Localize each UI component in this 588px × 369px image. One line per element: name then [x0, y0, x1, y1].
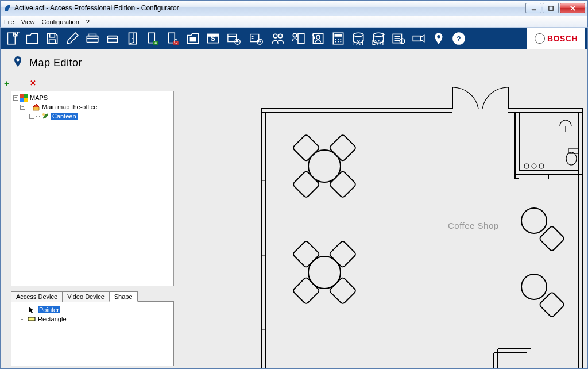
- svg-rect-8: [89, 34, 96, 36]
- svg-point-61: [42, 113, 45, 116]
- bosch-ring-icon: [535, 33, 545, 44]
- svg-text:DAT: DAT: [372, 39, 385, 46]
- log-viewer-icon[interactable]: [389, 29, 408, 48]
- tab-shape[interactable]: Shape: [109, 291, 138, 302]
- tree-item-mainmap[interactable]: Main map the-office: [42, 103, 97, 110]
- svg-rect-4: [50, 33, 55, 37]
- map-editor-title: Map Editor: [29, 57, 82, 69]
- svg-rect-5: [49, 40, 56, 44]
- maps-root-icon: [20, 94, 28, 102]
- export-data-icon[interactable]: DAT: [369, 29, 388, 48]
- main-toolbar: 0 S TXT DAT ? BOSCH: [0, 28, 588, 49]
- svg-rect-52: [413, 36, 420, 41]
- video-icon[interactable]: [409, 29, 428, 48]
- svg-point-51: [400, 39, 405, 44]
- schedule-icon[interactable]: S: [204, 29, 222, 48]
- add-map-button[interactable]: +: [4, 78, 9, 88]
- svg-rect-73: [329, 134, 357, 162]
- window-title: Active.acf - Access Professional Edition…: [14, 4, 525, 12]
- svg-rect-27: [252, 38, 254, 39]
- shape-rectangle[interactable]: Rectangle: [38, 316, 67, 322]
- minimize-button[interactable]: [525, 3, 541, 13]
- svg-rect-6: [87, 36, 98, 43]
- svg-rect-76: [292, 240, 320, 268]
- id-cards-icon[interactable]: [289, 29, 307, 48]
- keypad-icon[interactable]: [329, 29, 347, 48]
- mapeditor-pin-icon: [12, 54, 24, 71]
- cursor-icon: [28, 306, 36, 314]
- tree-collapse-icon[interactable]: −: [29, 114, 34, 119]
- svg-rect-18: [190, 37, 196, 42]
- svg-rect-57: [20, 94, 24, 98]
- maps-tree[interactable]: − MAPS − Main map the-office −: [11, 91, 174, 286]
- save-icon[interactable]: [43, 29, 61, 48]
- svg-point-40: [335, 41, 336, 42]
- new-icon[interactable]: [3, 29, 21, 48]
- svg-point-56: [17, 59, 20, 62]
- time-models-icon[interactable]: [246, 29, 267, 48]
- settings-icon[interactable]: [63, 29, 82, 48]
- leaf-icon: [41, 112, 49, 120]
- help-icon[interactable]: ?: [450, 29, 468, 48]
- menu-file[interactable]: File: [4, 18, 14, 25]
- maximize-button[interactable]: [543, 3, 559, 13]
- badges-icon[interactable]: [309, 29, 327, 48]
- card-devices-icon[interactable]: [83, 29, 102, 48]
- svg-rect-32: [298, 33, 304, 43]
- svg-point-63: [524, 164, 529, 168]
- device-tabs: Access Device Video Device Shape: [11, 291, 174, 302]
- svg-point-42: [340, 41, 341, 42]
- svg-point-41: [338, 41, 339, 42]
- svg-rect-36: [335, 34, 342, 36]
- shape-pointer[interactable]: Pointer: [38, 306, 60, 313]
- floorplan: Coffee Shop: [261, 66, 587, 368]
- door-out-icon[interactable]: 0: [164, 29, 182, 48]
- brand-logo: BOSCH: [527, 28, 585, 49]
- svg-rect-7: [87, 38, 98, 39]
- svg-point-53: [437, 35, 440, 38]
- door-in-icon[interactable]: [144, 29, 162, 48]
- map-canvas[interactable]: Coffee Shop: [176, 49, 587, 368]
- svg-point-45: [373, 33, 383, 37]
- svg-rect-79: [292, 277, 320, 305]
- svg-rect-26: [252, 36, 254, 37]
- shape-panel: Pointer Rectangle: [11, 302, 174, 366]
- camera-folder-icon[interactable]: [184, 29, 202, 48]
- tree-item-canteen[interactable]: Canteen: [51, 113, 78, 120]
- svg-point-68: [566, 152, 577, 165]
- close-button[interactable]: [560, 3, 585, 13]
- svg-point-29: [273, 34, 277, 37]
- persons-icon[interactable]: [269, 29, 287, 48]
- left-pane: Map Editor + ✕ − MAPS − Main map the-off…: [1, 49, 176, 368]
- import-txt-icon[interactable]: TXT: [349, 29, 368, 48]
- svg-point-30: [278, 34, 283, 37]
- menu-help[interactable]: ?: [86, 18, 90, 25]
- tab-access-device[interactable]: Access Device: [11, 291, 63, 302]
- menu-bar: File View Configuration ?: [0, 16, 588, 28]
- card-reader-icon[interactable]: [103, 29, 122, 48]
- svg-rect-59: [20, 98, 24, 102]
- svg-rect-58: [24, 94, 28, 98]
- svg-point-37: [335, 39, 336, 40]
- svg-text:?: ?: [457, 35, 461, 43]
- tab-video-device[interactable]: Video Device: [62, 291, 110, 302]
- open-icon[interactable]: [23, 29, 41, 48]
- delete-map-button[interactable]: ✕: [30, 79, 36, 87]
- svg-rect-9: [107, 36, 117, 43]
- window-titlebar: Active.acf - Access Professional Edition…: [0, 0, 588, 16]
- svg-point-12: [132, 38, 133, 39]
- door-icon[interactable]: [123, 29, 142, 48]
- tree-collapse-icon[interactable]: −: [13, 95, 18, 101]
- svg-rect-71: [292, 134, 320, 162]
- svg-rect-62: [28, 317, 35, 321]
- menu-configuration[interactable]: Configuration: [41, 18, 79, 25]
- calendar-clock-icon[interactable]: [224, 29, 245, 48]
- map-pin-icon[interactable]: [430, 29, 448, 48]
- tree-collapse-icon[interactable]: −: [20, 105, 25, 110]
- svg-point-80: [521, 208, 547, 233]
- svg-point-65: [539, 164, 544, 168]
- svg-rect-78: [329, 240, 357, 268]
- tree-root-label[interactable]: MAPS: [30, 94, 48, 101]
- svg-rect-74: [292, 171, 320, 198]
- menu-view[interactable]: View: [21, 18, 35, 25]
